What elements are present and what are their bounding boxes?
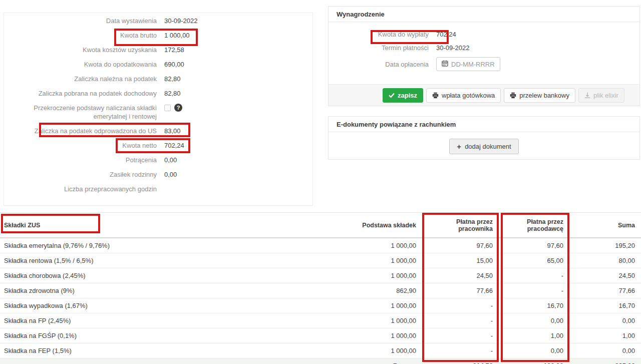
table-row: Składka zdrowotna (9%)862,9077,66-77,66 [0,283,641,298]
plus-icon: + [457,143,461,150]
table-cell: Składka na FEP (1,5%) [0,343,356,358]
form-value: 1 000,00 [164,31,190,40]
column-header: Suma [569,213,641,238]
download-icon [584,92,590,98]
form-value: 172,58 [164,46,184,54]
table-row: Składka rentowa (1,5% / 6,5%)1 000,0015,… [0,253,641,268]
elixir-file-button[interactable]: plik elixir [578,88,624,103]
edocuments-panel-title: E-dokumenty powiązane z rachunkiem [329,117,639,132]
zus-contributions-table: Składki ZUSPodstawa składekPłatna przez … [0,212,641,364]
question-icon[interactable]: ? [174,104,182,112]
form-row: Przekroczenie podstawy naliczania składk… [4,104,312,121]
form-row: Potrącenia0,00 [4,156,312,164]
totals-label: Razem: [356,358,422,364]
button-label: przelew bankowy [519,92,569,99]
cash-payment-button[interactable]: wpłata gotówkowa [426,88,501,103]
check-icon [389,92,395,98]
form-label: Przekroczenie podstawy naliczania składk… [4,104,157,121]
table-cell: 24,50 [422,268,499,283]
form-value: 83,00 [164,127,181,135]
payout-amount-row: Kwota do wypłaty 702,24 [329,30,639,39]
zus-header-row: Składki ZUSPodstawa składekPłatna przez … [0,213,641,238]
form-label: Kwota netto [4,141,157,150]
bank-transfer-button[interactable]: przelew bankowy [504,88,575,103]
form-value: 30-09-2022 [164,17,198,25]
payout-amount-label: Kwota do wypłaty [329,31,429,38]
form-row: Kwota netto702,24 [4,141,312,150]
table-cell: 77,66 [422,283,499,298]
button-label: zapisz [398,92,417,99]
table-row: Składka chorobowa (2,45%)1 000,0024,50-2… [0,268,641,283]
form-value: 82,80 [164,75,181,83]
table-cell: 15,00 [422,253,499,268]
salary-panel-title: Wynagrodzenie [329,7,639,22]
form-row: Liczba przepracowanych godzin [4,185,312,193]
form-label: Data wystawienia [4,17,157,25]
payment-due-row: Termin płatności 30-09-2022 [329,44,639,52]
payment-due-label: Termin płatności [329,44,429,52]
table-cell: 1,00 [499,328,569,343]
form-row: Data wystawienia30-09-2022 [4,17,312,25]
column-header: Podstawa składek [356,213,422,238]
save-button[interactable]: zapisz [383,88,423,103]
table-cell: - [422,313,499,328]
edocuments-panel: E-dokumenty powiązane z rachunkiem + dod… [328,116,640,160]
table-cell: 1 000,00 [356,298,422,313]
table-cell: 97,60 [499,238,569,253]
form-row: Zaliczka należna na podatek82,80 [4,75,312,83]
table-cell: 195,20 [569,238,641,253]
button-label: wpłata gotówkowa [442,92,495,99]
table-row: Składka na FGŚP (0,1%)1 000,00-1,001,00 [0,328,641,343]
payment-date-placeholder: DD-MM-RRRR [451,61,495,68]
column-header: Płatna przez pracodawcę [499,213,569,238]
payment-date-row: Data opłacenia DD-MM-RRRR [329,57,639,71]
form-value: ? [164,104,182,112]
table-row: Składka emerytalna (9,76% / 9,76%)1 000,… [0,238,641,253]
table-cell: Składka na FP (2,45%) [0,313,356,328]
invoice-rows: Data wystawienia30-09-2022Kwota brutto1 … [4,17,312,193]
printer-icon [510,92,516,99]
form-label: Zasiłek rodzinny [4,170,157,179]
edocuments-panel-body: + dodaj dokument [329,132,639,160]
form-row: Zaliczka pobrana na podatek dochodowy82,… [4,89,312,98]
column-header: Płatna przez pracownika [422,213,499,238]
payment-due-value: 30-09-2022 [436,44,470,52]
checkbox-przekroczenie[interactable] [164,105,171,111]
form-value: 690,00 [164,60,184,69]
form-label: Zaliczka należna na podatek [4,75,157,83]
zus-totals-row: Razem:214,76180,30395,06 [0,358,641,364]
table-cell: 97,60 [422,238,499,253]
calendar-icon [442,60,448,68]
table-cell: - [422,328,499,343]
add-document-button[interactable]: + dodaj dokument [449,139,518,154]
table-cell: 65,00 [499,253,569,268]
form-row: Kwota kosztów uzyskania172,58 [4,46,312,54]
form-row: Zaliczka na podatek odprowadzona do US83… [4,127,312,135]
table-cell: 1 000,00 [356,313,422,328]
payout-amount-value: 702,24 [436,31,456,38]
table-cell: - [422,298,499,313]
form-label: Potrącenia [4,156,157,164]
table-cell: 1 000,00 [356,253,422,268]
table-cell: 77,66 [569,283,641,298]
totals-cell: 180,30 [499,358,569,364]
zus-table-wrap: Składki ZUSPodstawa składekPłatna przez … [0,212,641,364]
table-cell: Składka chorobowa (2,45%) [0,268,356,283]
invoice-details-panel: Data wystawienia30-09-2022Kwota brutto1 … [4,13,313,206]
form-row: Kwota do opodatkowania690,00 [4,60,312,69]
table-cell: 1 000,00 [356,238,422,253]
table-cell: 1 000,00 [356,343,422,358]
table-cell: 80,00 [569,253,641,268]
table-cell: 1,00 [569,328,641,343]
add-document-label: dodaj dokument [465,143,511,150]
form-value: 0,00 [164,156,177,164]
table-cell: 0,00 [499,313,569,328]
salary-panel: Wynagrodzenie Kwota do wypłaty 702,24 Te… [328,6,640,106]
totals-cell [0,358,356,364]
form-row: Kwota brutto1 000,00 [4,31,312,40]
payment-date-input[interactable]: DD-MM-RRRR [436,57,500,71]
form-label: Liczba przepracowanych godzin [4,185,157,193]
table-row: Składka na FP (2,45%)1 000,00-0,000,00 [0,313,641,328]
table-cell: 1 000,00 [356,268,422,283]
table-cell: Składka wypadkowa (1,67%) [0,298,356,313]
